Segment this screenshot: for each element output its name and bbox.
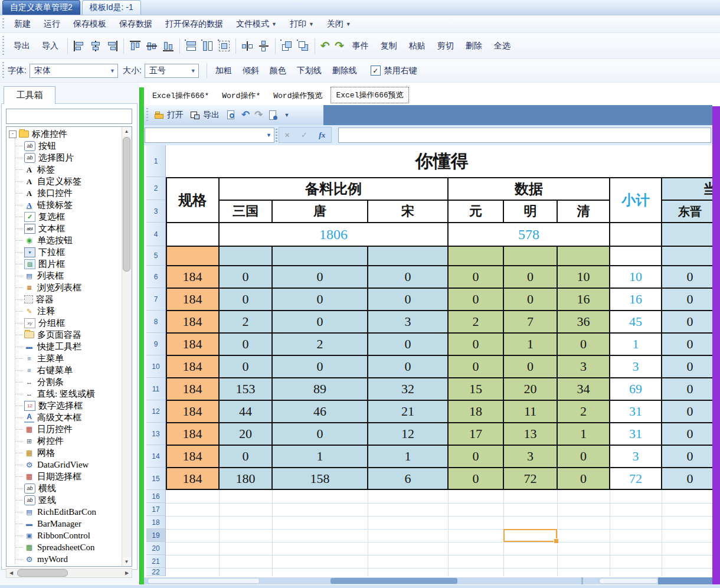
- total-cell[interactable]: 1806: [219, 223, 448, 246]
- fx-icon[interactable]: fx: [319, 130, 325, 140]
- data-cell[interactable]: 153: [219, 378, 272, 400]
- data-cell[interactable]: 2: [272, 333, 368, 355]
- data-cell[interactable]: 45: [610, 311, 662, 333]
- redo-icon[interactable]: ↷: [335, 40, 344, 53]
- dropdown-arrow-icon[interactable]: ▼: [284, 112, 290, 118]
- menu-item-3[interactable]: 保存数据: [113, 19, 159, 30]
- format-button-2[interactable]: 颜色: [264, 66, 292, 76]
- data-cell[interactable]: 46: [272, 400, 368, 423]
- data-cell[interactable]: 0: [557, 445, 610, 468]
- scrollbar-thumb[interactable]: [148, 578, 260, 584]
- scrollbar-thumb[interactable]: [17, 569, 68, 577]
- align-middle-icon[interactable]: [145, 40, 158, 53]
- action-button-4[interactable]: 删除: [460, 41, 488, 51]
- data-cell[interactable]: 0: [448, 266, 503, 288]
- data-cell[interactable]: 0: [368, 288, 448, 311]
- data-cell[interactable]: 0: [272, 266, 368, 288]
- data-cell[interactable]: 32: [368, 378, 448, 400]
- row-header[interactable]: 19: [146, 529, 166, 542]
- open-folder-icon[interactable]: [153, 109, 165, 121]
- doc-tab-1[interactable]: Word操作*: [217, 88, 265, 103]
- toolbox-item-1[interactable]: ab按钮: [6, 140, 122, 152]
- data-cell[interactable]: 0: [557, 468, 610, 490]
- action-button-5[interactable]: 全选: [488, 41, 516, 51]
- header-cell[interactable]: 数据: [448, 177, 610, 200]
- data-cell[interactable]: 0: [448, 445, 503, 468]
- toolbox-item-24[interactable]: A高级文本框: [6, 411, 122, 423]
- new-document-icon[interactable]: [267, 109, 279, 121]
- grid-cell[interactable]: [662, 246, 718, 266]
- toolbox-item-30[interactable]: ab横线: [6, 482, 122, 494]
- same-width-icon[interactable]: [185, 40, 198, 53]
- accept-icon[interactable]: ✓: [301, 130, 307, 139]
- row-header[interactable]: 9: [146, 333, 166, 355]
- formula-grip[interactable]: [276, 129, 277, 142]
- data-cell[interactable]: 0: [272, 355, 368, 378]
- data-cell[interactable]: 1: [503, 333, 557, 355]
- scroll-left-icon[interactable]: ◀: [6, 569, 16, 577]
- toolbox-item-11[interactable]: ▨图片框: [6, 258, 122, 270]
- equal-height-icon[interactable]: [257, 40, 270, 53]
- toolbox-item-36[interactable]: ⚙myWord: [6, 553, 122, 565]
- row-header[interactable]: 16: [146, 490, 166, 503]
- grid-cell[interactable]: [272, 246, 368, 266]
- toolbox-item-21[interactable]: ↔分割条: [6, 376, 122, 388]
- data-cell[interactable]: 3: [557, 355, 610, 378]
- font-select[interactable]: 宋体 ▼: [30, 64, 118, 78]
- toolbox-item-31[interactable]: ab竖线: [6, 494, 122, 506]
- data-cell[interactable]: 1: [557, 423, 610, 445]
- toolbox-item-17[interactable]: 多页面容器: [6, 329, 122, 341]
- data-cell[interactable]: 1: [272, 445, 368, 468]
- grid-cell[interactable]: [368, 246, 448, 266]
- data-cell[interactable]: 180: [219, 468, 272, 490]
- menu-item-4[interactable]: 打开保存的数据: [159, 19, 230, 30]
- toolbox-item-33[interactable]: ▬BarManager: [6, 518, 122, 530]
- selected-cell[interactable]: [503, 529, 557, 542]
- menu-item-7[interactable]: 关闭▼: [320, 19, 358, 30]
- scrollbar-thumb[interactable]: [599, 578, 658, 584]
- toolbox-item-34[interactable]: ▣RibbonControl: [6, 530, 122, 541]
- toolbox-item-0[interactable]: -标准控件: [6, 128, 122, 140]
- disable-right-click-checkbox[interactable]: ✓: [371, 66, 381, 76]
- data-cell[interactable]: 0: [219, 266, 272, 288]
- bring-front-icon[interactable]: [280, 40, 293, 53]
- window-tab-0[interactable]: 自定义表单管理2: [2, 0, 80, 15]
- data-cell[interactable]: 16: [610, 288, 662, 311]
- data-cell[interactable]: 0: [662, 378, 718, 400]
- open-button[interactable]: 打开: [167, 110, 184, 120]
- tree-horizontal-scrollbar[interactable]: ◀ ▶: [6, 568, 132, 578]
- row-header[interactable]: 5: [146, 246, 166, 266]
- tree-vertical-scrollbar[interactable]: ▲ ▼: [122, 127, 132, 566]
- cancel-icon[interactable]: ×: [285, 130, 290, 139]
- data-cell[interactable]: 11: [503, 400, 557, 423]
- align-left-icon[interactable]: [73, 40, 86, 53]
- row-header[interactable]: 10: [146, 355, 166, 378]
- data-cell[interactable]: 0: [448, 288, 503, 311]
- data-cell[interactable]: 0: [219, 333, 272, 355]
- data-cell[interactable]: 0: [448, 468, 503, 490]
- data-cell[interactable]: 184: [166, 400, 219, 423]
- total-cell[interactable]: 578: [448, 223, 610, 246]
- menu-item-2[interactable]: 保存模板: [67, 19, 113, 30]
- data-cell[interactable]: 184: [166, 266, 219, 288]
- data-cell[interactable]: 2: [557, 400, 610, 423]
- panel-splitter[interactable]: [139, 87, 144, 584]
- scroll-up-icon[interactable]: ▲: [122, 127, 131, 136]
- scrollbar-track[interactable]: [658, 577, 712, 584]
- undo-arrow-icon[interactable]: ↶: [241, 109, 250, 121]
- menu-item-5[interactable]: 文件模式▼: [230, 19, 283, 30]
- toolbox-item-20[interactable]: ≡右键菜单: [6, 364, 122, 376]
- action-button-2[interactable]: 粘贴: [403, 41, 431, 51]
- data-cell[interactable]: 184: [166, 311, 219, 333]
- toolbox-item-6[interactable]: A链接标签: [6, 199, 122, 211]
- data-cell[interactable]: 0: [272, 311, 368, 333]
- send-back-icon[interactable]: [297, 40, 310, 53]
- header-cell[interactable]: 唐: [272, 200, 368, 223]
- data-cell[interactable]: 0: [272, 288, 368, 311]
- data-cell[interactable]: 184: [166, 445, 219, 468]
- grid-cell[interactable]: [610, 223, 662, 246]
- toolbox-item-29[interactable]: ▦日期选择框: [6, 471, 122, 482]
- data-cell[interactable]: 184: [166, 333, 219, 355]
- data-cell[interactable]: 69: [610, 378, 662, 400]
- data-cell[interactable]: 44: [219, 400, 272, 423]
